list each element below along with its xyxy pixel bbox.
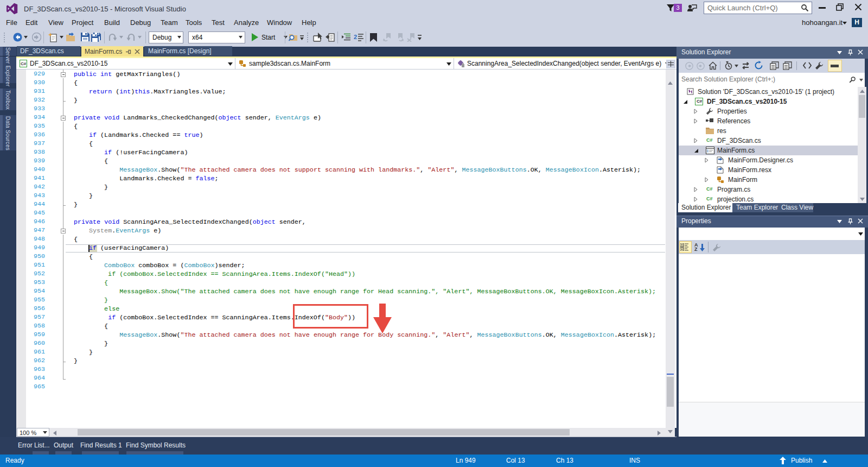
svg-text:2: 2: [354, 34, 357, 40]
